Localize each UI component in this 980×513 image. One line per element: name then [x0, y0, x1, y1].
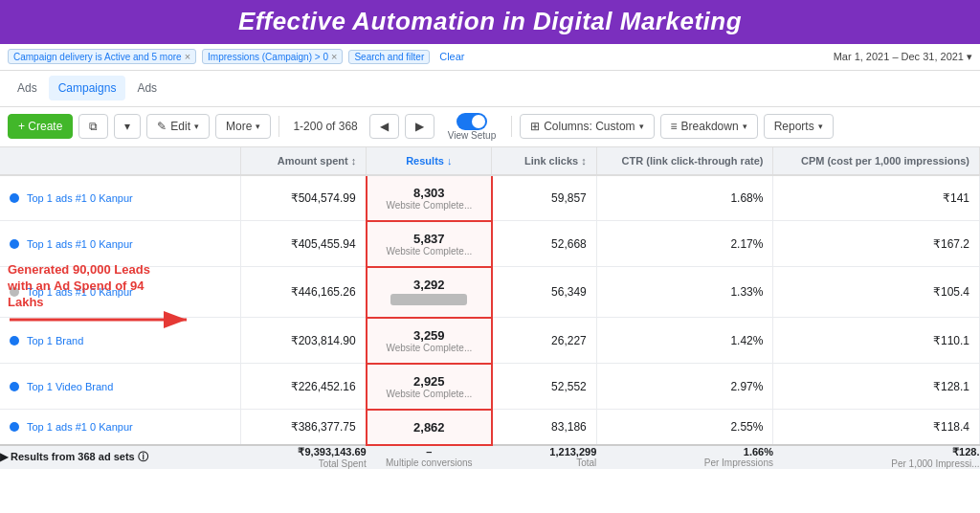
table-row: Top 1 Brand ₹203,814.90 3,259 Website Co…: [0, 318, 980, 364]
footer-expand[interactable]: ▶ Results from 368 ad sets ⓘ: [0, 445, 241, 469]
status-dot[interactable]: [10, 382, 19, 391]
columns-chevron-icon: ▾: [639, 122, 644, 131]
footer-linkclicks-sub: Total: [492, 457, 596, 468]
create-button[interactable]: + Create: [8, 114, 73, 139]
edit-button[interactable]: ✎ Edit ▾: [146, 114, 210, 139]
next-page-button[interactable]: ▶: [405, 114, 434, 139]
status-dot[interactable]: [10, 193, 19, 203]
footer-result: – Multiple conversions: [367, 445, 492, 469]
cpm-cell: ₹105.4: [773, 267, 980, 318]
campaign-cell: Top 1 Brand: [0, 318, 241, 364]
th-results[interactable]: Results ↓: [367, 147, 492, 175]
filter-chip-label3: Search and filter: [354, 52, 424, 62]
filter-chip-delivery[interactable]: Campaign delivery is Active and 5 more ×: [8, 49, 196, 64]
campaign-cell: Top 1 ads #1 0 Kanpur: [0, 175, 241, 221]
breakdown-label: Breakdown: [681, 120, 739, 133]
filter-clear-button[interactable]: Clear: [439, 51, 464, 62]
result-label: Website Complete...: [377, 343, 481, 353]
th-campaign: [0, 147, 241, 175]
th-results-sort-icon[interactable]: ↓: [447, 155, 453, 167]
copy-button[interactable]: ⧉: [78, 114, 108, 139]
results-cell: 2,862: [367, 410, 492, 445]
footer-linkclicks: 1,213,299 Total: [492, 445, 596, 469]
result-label: Website Complete...: [377, 200, 481, 211]
breakdown-button[interactable]: ≡ Breakdown ▾: [660, 114, 758, 139]
reports-button[interactable]: Reports ▾: [764, 114, 834, 139]
footer-amount-value: ₹9,393,143.69: [298, 446, 366, 457]
campaign-name[interactable]: Top 1 ads #1 0 Kanpur: [27, 286, 133, 298]
copy-dropdown-button[interactable]: ▾: [114, 114, 141, 139]
nav-tab-ads[interactable]: Ads: [8, 76, 47, 100]
result-value: 3,292: [377, 278, 481, 292]
footer-label: Results from 368 ad sets: [11, 451, 135, 462]
toolbar: + Create ⧉ ▾ ✎ Edit ▾ More ▾ 1-200 of 36…: [0, 107, 980, 147]
filter-chip-close[interactable]: ×: [185, 51, 190, 62]
prev-page-button[interactable]: ◀: [369, 114, 399, 139]
amount-cell: ₹405,455.94: [241, 221, 367, 267]
campaign-name[interactable]: Top 1 ads #1 0 Kanpur: [27, 421, 133, 433]
linkclicks-cell: 52,668: [492, 221, 596, 267]
linkclicks-cell: 83,186: [492, 410, 596, 445]
footer-cpm: ₹128. Per 1,000 Impressi...: [773, 445, 980, 469]
th-ctr[interactable]: CTR (link click-through rate): [596, 147, 773, 175]
results-cell: 3,259 Website Complete...: [367, 318, 492, 364]
linkclicks-cell: 52,552: [492, 364, 596, 410]
calendar-icon[interactable]: ▾: [967, 51, 972, 63]
amount-cell: ₹504,574.99: [241, 175, 367, 221]
status-dot[interactable]: [10, 239, 19, 249]
view-toggle[interactable]: [457, 113, 487, 130]
campaign-name[interactable]: Top 1 Video Brand: [27, 381, 113, 392]
table-row: Top 1 ads #1 0 Kanpur ₹405,455.94 5,837 …: [0, 221, 980, 267]
view-setup-button[interactable]: View Setup: [440, 113, 503, 141]
amount-cell: ₹203,814.90: [241, 318, 367, 364]
th-linkclicks[interactable]: Link clicks ↕: [492, 147, 596, 175]
filter-chip-close2[interactable]: ×: [331, 51, 337, 62]
linkclicks-cell: 26,227: [492, 318, 596, 364]
th-amount[interactable]: Amount spent ↕: [241, 147, 367, 175]
expand-icon[interactable]: ▶: [0, 451, 8, 462]
th-ctr-label: CTR (link click-through rate): [622, 155, 764, 167]
footer-result-sub: Multiple conversions: [367, 457, 492, 468]
reports-chevron-icon: ▾: [818, 122, 823, 131]
filter-chip-label: Campaign delivery is Active and 5 more: [13, 52, 182, 62]
ctr-cell: 1.68%: [596, 175, 773, 221]
nav-tab-adsets[interactable]: Ads: [127, 76, 167, 100]
result-label: Website Complete...: [377, 389, 481, 399]
ctr-cell: 1.42%: [596, 318, 773, 364]
th-amount-sort-icon[interactable]: ↕: [351, 155, 357, 167]
edit-label: Edit: [170, 120, 190, 133]
status-dot[interactable]: [10, 336, 19, 346]
campaign-name[interactable]: Top 1 Brand: [27, 335, 83, 346]
copy-icon: ⧉: [89, 120, 98, 133]
amount-cell: ₹386,377.75: [241, 410, 367, 445]
columns-button[interactable]: ⊞ Columns: Custom ▾: [520, 114, 654, 139]
th-cpm[interactable]: CPM (cost per 1,000 impressions): [773, 147, 980, 175]
more-chevron-icon: ▾: [256, 122, 260, 131]
filter-chip-impressions[interactable]: Impressions (Campaign) > 0 ×: [202, 49, 343, 64]
footer-ctr-sub: Per Impressions: [596, 457, 773, 468]
amount-cell: ₹446,165.26: [241, 267, 367, 318]
more-button[interactable]: More ▾: [215, 114, 271, 139]
table-row: Top 1 ads #1 0 Kanpur ₹386,377.75 2,862 …: [0, 410, 980, 445]
result-blurred: [390, 294, 467, 305]
view-setup-label: View Setup: [448, 130, 496, 141]
footer-cpm-sub: Per 1,000 Impressi...: [773, 458, 980, 469]
data-table: Amount spent ↕ Results ↓ Link clicks ↕ C…: [0, 147, 980, 469]
status-dot[interactable]: [10, 287, 19, 297]
results-cell: 5,837 Website Complete...: [367, 221, 492, 267]
campaign-name[interactable]: Top 1 ads #1 0 Kanpur: [27, 192, 133, 204]
cpm-cell: ₹128.1: [773, 364, 980, 410]
footer-linkclicks-value: 1,213,299: [549, 446, 596, 457]
separator: [278, 116, 279, 137]
nav-tab-campaigns[interactable]: Campaigns: [49, 76, 126, 100]
status-dot[interactable]: [10, 422, 19, 432]
more-label: More: [226, 120, 252, 133]
separator2: [511, 116, 512, 137]
edit-icon: ✎: [157, 120, 167, 133]
result-value: 5,837: [377, 232, 481, 246]
footer-ctr: 1.66% Per Impressions: [596, 445, 773, 469]
campaign-name[interactable]: Top 1 ads #1 0 Kanpur: [27, 238, 133, 250]
filter-chip-search[interactable]: Search and filter: [348, 50, 430, 64]
th-linkclicks-sort-icon[interactable]: ↕: [581, 155, 587, 167]
footer-amount: ₹9,393,143.69 Total Spent: [241, 445, 367, 469]
